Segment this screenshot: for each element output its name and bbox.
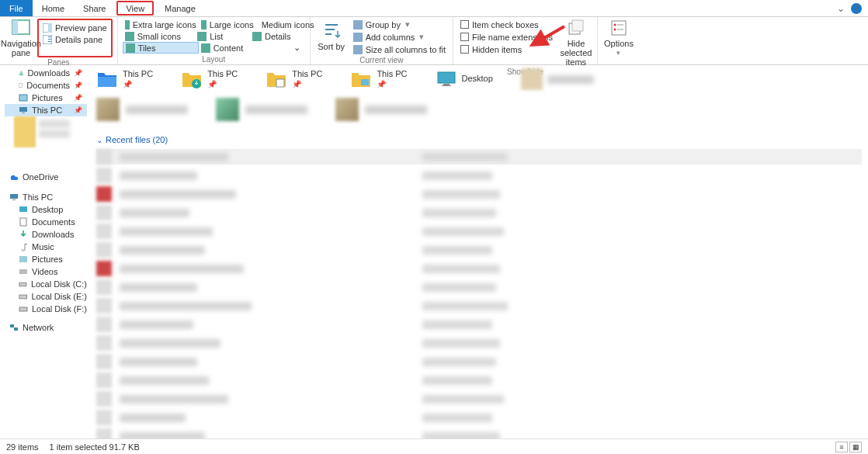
folder-title: This PC [292,69,322,79]
sidebar-item-documents[interactable]: Documents📌 [5,79,87,92]
blurred-text [120,302,252,310]
list-item[interactable] [96,373,862,388]
frequent-folder[interactable]: This PC📌 [96,68,153,90]
details-pane-button[interactable]: Details pane [40,33,109,45]
frequent-folder[interactable]: Desktop [436,68,493,90]
pin-icon: 📌 [377,80,407,89]
group-by-button[interactable]: Group by▾ [351,19,448,30]
list-item[interactable] [96,205,862,220]
tab-manage[interactable]: Manage [155,0,205,16]
frequent-folder-blurred[interactable] [96,98,188,121]
layout-list[interactable]: List [195,30,250,42]
pin-icon: 📌 [74,94,82,102]
list-item[interactable] [96,391,862,407]
downloads-icon [19,68,24,78]
blurred-thumb [335,98,359,121]
frequent-folder-blurred[interactable] [335,98,427,121]
layout-tiles[interactable]: Tiles [123,42,199,54]
sidebar-label: Documents [32,217,75,227]
pin-icon: 📌 [123,80,153,89]
layout-small-icons[interactable]: Small icons [123,30,196,42]
sidebar-item-disk-c[interactable]: Local Disk (C:) [5,278,87,290]
size-columns-button[interactable]: Size all columns to fit [351,43,448,55]
sidebar-item-downloads2[interactable]: Downloads [5,228,87,241]
help-icon[interactable]: ? [851,3,862,14]
sidebar-item-downloads[interactable]: Downloads📌 [5,67,87,79]
options-button[interactable]: Options ▾ [602,19,635,57]
item-check-boxes-toggle[interactable]: Item check boxes [458,19,555,30]
sort-by-button[interactable]: Sort by [315,19,348,55]
sidebar-item-pictures2[interactable]: Pictures [5,253,87,265]
blurred-text [422,246,492,255]
frequent-folder[interactable]: This PC📌 [266,68,322,90]
layout-more-dropdown[interactable]: ⌄ [256,42,303,54]
list-item[interactable] [96,186,862,202]
frequent-folders-row: This PC📌 This PC📌 This PC📌 This PC📌 Desk… [96,68,862,90]
layout-large-icons[interactable]: Large icons [199,19,256,30]
list-item[interactable] [96,261,862,276]
list-item[interactable] [96,428,862,438]
list-item[interactable] [96,317,862,332]
sidebar-item-disk-e[interactable]: Local Disk (E:) [5,290,87,303]
sidebar-item-disk-f[interactable]: Local Disk (F:) [5,303,87,315]
list-item[interactable] [96,279,862,295]
hide-icon [567,19,585,37]
tab-home[interactable]: Home [33,0,74,16]
svg-rect-31 [14,328,18,331]
sidebar-item-documents2[interactable]: Documents [5,216,87,228]
layout-extra-large-icons[interactable]: Extra large icons [123,19,199,30]
details-icon [252,32,262,41]
details-view-button[interactable]: ≡ [835,442,848,452]
list-item[interactable] [96,242,862,258]
tab-view[interactable]: View [116,1,154,16]
layout-details[interactable]: Details [250,30,305,42]
sidebar-item-pictures[interactable]: Pictures📌 [5,92,87,104]
svg-rect-25 [19,256,27,262]
blurred-text [547,75,594,84]
navigation-pane-button[interactable]: Navigation pane [5,19,37,57]
svg-rect-26 [19,269,27,274]
thumbnails-view-button[interactable]: ▦ [849,442,862,452]
list-item[interactable] [96,410,862,425]
tab-file[interactable]: File [0,0,33,16]
layout-content[interactable]: Content [199,42,256,54]
file-icon [96,391,112,407]
sidebar-item-onedrive[interactable]: OneDrive [5,171,87,183]
list-item[interactable] [96,335,862,351]
sidebar-item-thispc[interactable]: This PC [5,191,87,203]
blurred-text [422,339,500,348]
blurred-text [39,120,70,137]
list-item[interactable] [96,354,862,369]
documents-icon [19,81,23,90]
svg-rect-17 [19,84,23,87]
recent-files-header[interactable]: Recent files (20) [96,132,862,149]
frequent-folder[interactable]: This PC📌 [181,68,238,90]
tab-share[interactable]: Share [74,0,115,16]
file-name-extensions-toggle[interactable]: File name extensions [458,31,555,43]
blurred-text [365,106,427,114]
add-columns-button[interactable]: Add columns▾ [351,31,448,43]
frequent-folder-blurred[interactable] [521,68,594,90]
sidebar-item-videos[interactable]: Videos [5,265,87,278]
sidebar-item-music[interactable]: Music [5,241,87,253]
svg-rect-32 [98,77,116,87]
frequent-folder-blurred[interactable] [216,98,307,121]
hide-selected-items-button[interactable]: Hide selected items [560,19,592,67]
sidebar-item-desktop[interactable]: Desktop [5,203,87,216]
list-item[interactable] [96,168,862,183]
details-pane-icon [43,35,52,44]
list-item[interactable] [96,298,862,314]
list-item[interactable] [96,224,862,239]
layout-medium-icons[interactable]: Medium icons [256,19,314,30]
frequent-folder[interactable]: This PC📌 [350,68,407,90]
minimize-ribbon-icon[interactable]: ⌄ [837,3,845,14]
preview-pane-button[interactable]: Preview pane [40,22,109,33]
list-item[interactable] [96,149,862,165]
sidebar-item-thispc-quick[interactable]: This PC📌 [5,104,87,116]
hidden-items-toggle[interactable]: Hidden items [458,43,555,55]
blurred-text [120,358,197,366]
sidebar-item-network[interactable]: Network [5,321,87,334]
monitor-icon [9,192,19,202]
folder-icon [266,68,287,90]
list-icon [197,32,207,41]
